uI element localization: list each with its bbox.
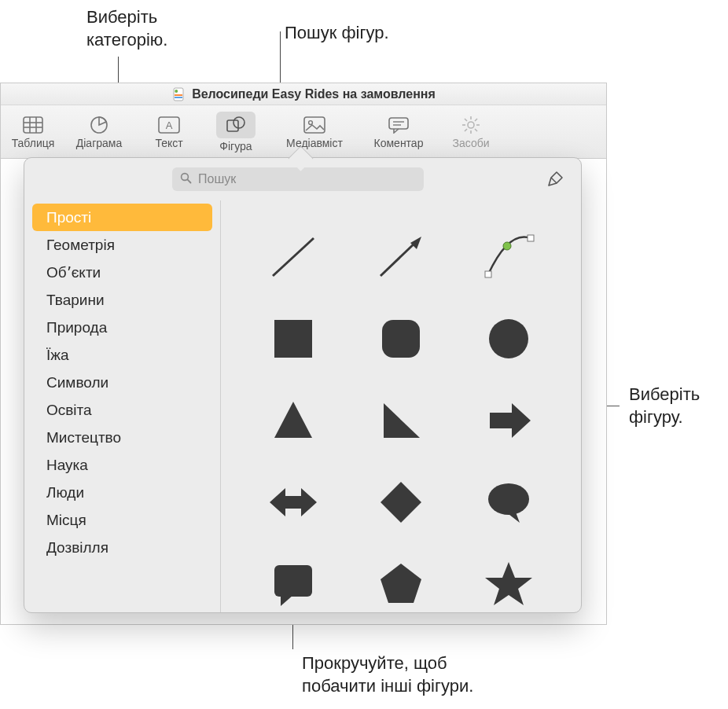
pen-tool-button[interactable] bbox=[543, 167, 567, 191]
sidebar-item[interactable]: Прості bbox=[32, 204, 212, 231]
shape-speech-bubble[interactable] bbox=[456, 463, 561, 542]
toolbar-label: Засоби bbox=[452, 137, 489, 149]
shape-rounded-square[interactable] bbox=[349, 299, 454, 378]
document-icon bbox=[171, 87, 186, 101]
toolbar-comment[interactable]: Коментар bbox=[359, 108, 438, 156]
svg-rect-2 bbox=[175, 94, 182, 96]
svg-marker-48 bbox=[281, 595, 293, 606]
svg-line-27 bbox=[475, 119, 477, 121]
svg-point-1 bbox=[175, 90, 178, 93]
search-input[interactable]: Пошук bbox=[172, 167, 424, 191]
sidebar-item[interactable]: Дозвілля bbox=[32, 534, 212, 561]
svg-rect-34 bbox=[485, 271, 491, 277]
sidebar-item[interactable]: Їжа bbox=[32, 341, 212, 369]
svg-line-29 bbox=[187, 179, 190, 182]
document-title: Велосипеди Easy Rides на замовлення bbox=[192, 87, 436, 101]
svg-marker-50 bbox=[485, 562, 532, 605]
svg-line-32 bbox=[381, 241, 417, 276]
sidebar-item[interactable]: Тварини bbox=[32, 286, 212, 314]
svg-rect-35 bbox=[528, 235, 534, 241]
toolbar-tools[interactable]: Засоби bbox=[439, 108, 502, 156]
svg-rect-4 bbox=[24, 117, 42, 133]
toolbar-media[interactable]: Медіавміст bbox=[271, 108, 358, 156]
sidebar-item[interactable]: Природа bbox=[32, 314, 212, 341]
shape-arrow-right[interactable] bbox=[456, 381, 561, 460]
shape-arrow-line[interactable] bbox=[349, 218, 454, 296]
popover-header: Пошук bbox=[24, 158, 581, 200]
search-icon bbox=[180, 172, 192, 187]
sidebar-item[interactable]: Люди bbox=[32, 479, 212, 506]
svg-point-39 bbox=[489, 319, 528, 358]
shapes-grid bbox=[241, 218, 561, 612]
callout-scroll: Прокручуйте, щоб побачити інші фігури. bbox=[302, 652, 473, 697]
svg-point-36 bbox=[503, 242, 511, 250]
sidebar-item[interactable]: Наука bbox=[32, 451, 212, 479]
sidebar-item[interactable]: Мистецтво bbox=[32, 424, 212, 451]
svg-rect-12 bbox=[227, 120, 238, 131]
shape-double-arrow[interactable] bbox=[241, 463, 346, 542]
shape-star[interactable] bbox=[456, 545, 561, 612]
shape-curve[interactable] bbox=[456, 218, 561, 296]
gear-icon bbox=[459, 115, 483, 135]
category-sidebar: ПростіГеометріяОбʼєктиТвариниПриродаЇжаС… bbox=[24, 200, 221, 612]
bracket-tick bbox=[605, 406, 620, 406]
shape-square[interactable] bbox=[241, 299, 346, 378]
toolbar-label: Текст bbox=[155, 137, 182, 149]
svg-rect-16 bbox=[389, 118, 408, 129]
shape-callout-rect[interactable] bbox=[241, 545, 346, 612]
sidebar-item[interactable]: Геометрія bbox=[32, 231, 212, 259]
toolbar-shape[interactable]: Фігура bbox=[202, 108, 270, 156]
toolbar-label: Медіавміст bbox=[286, 137, 343, 149]
svg-marker-43 bbox=[270, 488, 317, 516]
shape-pentagon[interactable] bbox=[349, 545, 454, 612]
svg-rect-47 bbox=[274, 565, 312, 597]
callout-category: Виберіть категорію. bbox=[86, 6, 167, 51]
toolbar-label: Фігура bbox=[219, 140, 252, 152]
shape-right-triangle[interactable] bbox=[349, 381, 454, 460]
comment-icon bbox=[387, 115, 410, 135]
toolbar-label: Коментар bbox=[374, 137, 424, 149]
table-icon bbox=[21, 115, 45, 135]
toolbar-table[interactable]: Таблиця bbox=[6, 108, 61, 156]
media-icon bbox=[303, 115, 326, 135]
svg-marker-41 bbox=[384, 403, 420, 438]
sidebar-item[interactable]: Місця bbox=[32, 506, 212, 534]
svg-point-13 bbox=[233, 117, 245, 128]
shapes-popover: Пошук ПростіГеометріяОбʼєктиТвариниПриро… bbox=[24, 157, 582, 613]
svg-point-19 bbox=[468, 122, 474, 128]
svg-marker-40 bbox=[274, 402, 312, 438]
svg-line-26 bbox=[465, 129, 467, 131]
shape-triangle[interactable] bbox=[241, 381, 346, 460]
svg-marker-42 bbox=[490, 403, 531, 438]
toolbar-label: Діаграма bbox=[76, 137, 122, 149]
callout-search: Пошук фігур. bbox=[285, 22, 389, 45]
svg-rect-38 bbox=[382, 320, 420, 358]
svg-marker-44 bbox=[381, 482, 421, 523]
svg-rect-3 bbox=[175, 97, 182, 98]
svg-line-30 bbox=[551, 178, 557, 183]
shape-diamond[interactable] bbox=[349, 463, 454, 542]
search-placeholder: Пошук bbox=[198, 172, 236, 186]
toolbar-label: Таблиця bbox=[12, 137, 55, 149]
toolbar-text[interactable]: A Текст bbox=[138, 108, 200, 156]
titlebar: Велосипеди Easy Rides на замовлення bbox=[1, 83, 606, 105]
text-icon: A bbox=[157, 115, 181, 135]
sidebar-item[interactable]: Обʼєкти bbox=[32, 259, 212, 286]
chart-icon bbox=[87, 115, 111, 135]
shape-line[interactable] bbox=[241, 218, 346, 296]
toolbar-chart[interactable]: Діаграма bbox=[62, 108, 136, 156]
sidebar-item[interactable]: Символи bbox=[32, 369, 212, 396]
svg-marker-49 bbox=[381, 564, 421, 603]
svg-line-24 bbox=[465, 119, 467, 121]
svg-line-31 bbox=[273, 238, 314, 276]
sidebar-item[interactable]: Освіта bbox=[32, 396, 212, 424]
callout-choose-shape: Виберіть фігуру. bbox=[629, 384, 700, 428]
svg-point-15 bbox=[309, 120, 313, 124]
svg-rect-37 bbox=[274, 320, 312, 358]
svg-line-25 bbox=[475, 129, 477, 131]
shapes-pane[interactable] bbox=[221, 200, 581, 612]
svg-point-45 bbox=[488, 483, 529, 515]
svg-rect-14 bbox=[304, 117, 325, 133]
shape-icon bbox=[224, 115, 248, 135]
shape-circle[interactable] bbox=[456, 299, 561, 378]
